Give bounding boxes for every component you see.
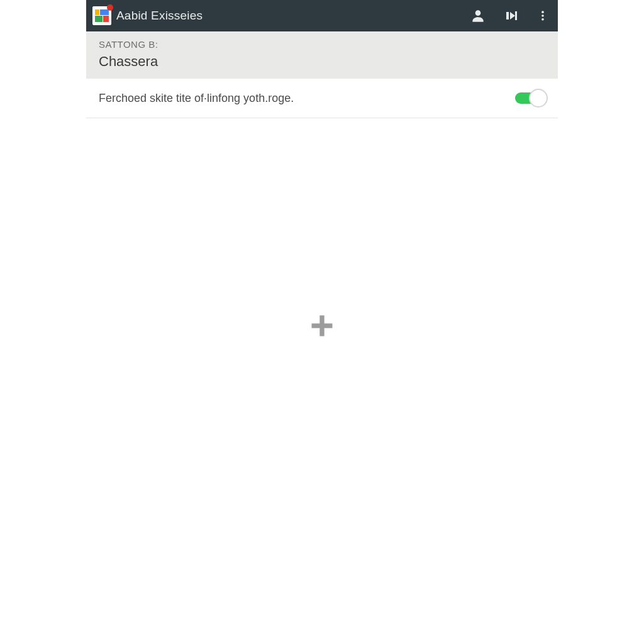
- svg-point-5: [475, 10, 481, 16]
- overflow-menu-icon[interactable]: [536, 8, 549, 23]
- profile-icon[interactable]: [470, 8, 486, 24]
- action-bar: Aabid Exisseies: [86, 0, 558, 31]
- svg-point-8: [541, 11, 544, 13]
- svg-rect-7: [515, 11, 517, 20]
- empty-area: [86, 126, 558, 528]
- add-icon[interactable]: [308, 312, 336, 342]
- cast-icon[interactable]: [504, 8, 519, 23]
- svg-rect-4: [103, 16, 109, 22]
- svg-rect-12: [312, 323, 333, 328]
- app-title: Aabid Exisseies: [116, 9, 470, 23]
- svg-rect-2: [100, 9, 109, 15]
- app-icon[interactable]: [92, 6, 111, 25]
- section-title: Chassera: [99, 53, 545, 70]
- toggle-thumb: [529, 89, 548, 108]
- action-bar-icons: [470, 8, 549, 24]
- section-label: SATTONG B:: [99, 39, 545, 50]
- svg-rect-1: [95, 9, 99, 15]
- svg-rect-3: [95, 16, 103, 22]
- setting-toggle[interactable]: [515, 89, 547, 108]
- setting-row[interactable]: Ferchoed skite tite of·linfong yoth.roge…: [86, 79, 558, 118]
- app-frame: Aabid Exisseies: [86, 0, 558, 118]
- svg-point-10: [541, 18, 544, 21]
- notification-badge-icon: [107, 4, 113, 11]
- section-header: SATTONG B: Chassera: [86, 31, 558, 79]
- svg-point-9: [541, 14, 544, 17]
- setting-description: Ferchoed skite tite of·linfong yoth.roge…: [99, 92, 515, 105]
- svg-rect-6: [506, 12, 509, 19]
